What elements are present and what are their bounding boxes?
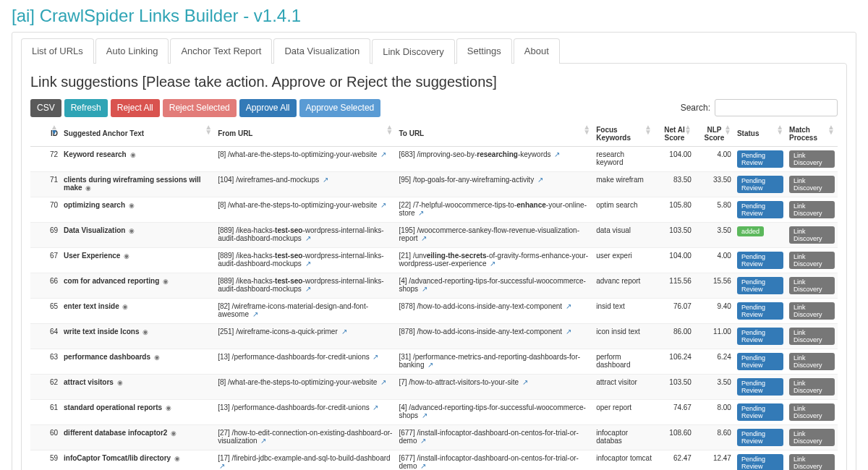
- open-link-icon[interactable]: ↗: [420, 462, 426, 470]
- search-input[interactable]: [715, 99, 838, 116]
- open-link-icon[interactable]: ↗: [490, 260, 495, 268]
- open-link-icon[interactable]: ↗: [219, 462, 225, 470]
- open-link-icon[interactable]: ↗: [323, 176, 328, 184]
- cell-to: [31] /performance-metrics-and-reporting-…: [396, 349, 593, 374]
- status-badge[interactable]: Pending Review: [737, 454, 783, 470]
- status-badge[interactable]: Pending Review: [737, 201, 783, 218]
- open-link-icon[interactable]: ↗: [522, 378, 528, 386]
- open-link-icon[interactable]: ↗: [380, 378, 386, 386]
- table-row[interactable]: 63performance dashboards ◉[13] /performa…: [30, 349, 838, 374]
- col-status[interactable]: Status▲▼: [734, 121, 786, 147]
- table-row[interactable]: 67User Experience ◉[889] /ikea-hacks-tes…: [30, 247, 838, 273]
- reject-all-button[interactable]: Reject All: [111, 99, 160, 117]
- open-link-icon[interactable]: ↗: [427, 361, 433, 369]
- cell-status: Pending Review: [734, 146, 786, 171]
- status-badge[interactable]: Pending Review: [737, 328, 783, 345]
- open-link-icon[interactable]: ↗: [422, 411, 427, 419]
- table-row[interactable]: 72Keyword research ◉[8] /what-are-the-st…: [30, 146, 838, 171]
- preview-icon[interactable]: ◉: [142, 328, 148, 336]
- open-link-icon[interactable]: ↗: [566, 328, 571, 336]
- open-link-icon[interactable]: ↗: [420, 437, 426, 445]
- open-link-icon[interactable]: ↗: [305, 234, 311, 242]
- open-link-icon[interactable]: ↗: [421, 234, 427, 242]
- open-link-icon[interactable]: ↗: [252, 310, 258, 318]
- cell-keywords: insid text: [593, 298, 655, 323]
- cell-nlp-score: 12.47: [694, 450, 734, 470]
- cell-net-score: 62.47: [655, 450, 694, 470]
- preview-icon[interactable]: ◉: [154, 354, 160, 361]
- tab-link-discovery[interactable]: Link Discovery: [372, 39, 455, 64]
- cell-status: Pending Review: [734, 349, 786, 374]
- open-link-icon[interactable]: ↗: [422, 285, 427, 293]
- tab-list-of-urls[interactable]: List of URLs: [21, 38, 94, 64]
- status-badge[interactable]: Pending Review: [737, 403, 783, 421]
- approve-all-button[interactable]: Approve All: [239, 99, 297, 117]
- table-row[interactable]: 64write text inside Icons ◉[251] /wirefr…: [30, 323, 838, 349]
- cell-nlp-score: 6.24: [694, 349, 734, 374]
- open-link-icon[interactable]: ↗: [380, 150, 386, 158]
- table-row[interactable]: 66com for advanced reporting ◉[889] /ike…: [30, 273, 838, 298]
- table-row[interactable]: 71clients during wireframing sessions wi…: [30, 171, 838, 197]
- col-id[interactable]: ID▲▼: [30, 121, 61, 147]
- status-badge[interactable]: Pending Review: [737, 252, 783, 269]
- open-link-icon[interactable]: ↗: [305, 260, 311, 268]
- open-link-icon[interactable]: ↗: [341, 328, 347, 336]
- open-link-icon[interactable]: ↗: [373, 403, 378, 411]
- status-badge[interactable]: Pending Review: [737, 378, 783, 396]
- preview-icon[interactable]: ◉: [174, 455, 180, 462]
- preview-icon[interactable]: ◉: [85, 184, 91, 192]
- preview-icon[interactable]: ◉: [117, 379, 123, 386]
- col-to-url[interactable]: To URL▲▼: [396, 121, 593, 147]
- col-match-process[interactable]: Match Process▲▼: [786, 121, 838, 147]
- status-badge[interactable]: added: [737, 226, 764, 236]
- open-link-icon[interactable]: ↗: [418, 209, 424, 217]
- preview-icon[interactable]: ◉: [163, 278, 169, 285]
- preview-icon[interactable]: ◉: [129, 202, 135, 209]
- tab-anchor-text-report[interactable]: Anchor Text Report: [170, 38, 272, 64]
- status-badge[interactable]: Pending Review: [737, 176, 783, 193]
- status-badge[interactable]: Pending Review: [737, 353, 783, 370]
- open-link-icon[interactable]: ↗: [566, 302, 571, 310]
- col-focus-keywords[interactable]: Focus Keywords▲▼: [593, 121, 655, 147]
- preview-icon[interactable]: ◉: [124, 252, 129, 260]
- open-link-icon[interactable]: ↗: [380, 201, 386, 209]
- tab-data-visualization[interactable]: Data Visualization: [273, 38, 370, 64]
- preview-icon[interactable]: ◉: [130, 151, 136, 158]
- table-row[interactable]: 59infoCaptor Tomcat/lib directory ◉[17] …: [30, 450, 838, 470]
- reject-selected-button[interactable]: Reject Selected: [163, 99, 237, 117]
- refresh-button[interactable]: Refresh: [64, 99, 108, 117]
- open-link-icon[interactable]: ↗: [305, 285, 311, 293]
- table-row[interactable]: 61standard operational reports ◉[13] /pe…: [30, 399, 838, 424]
- open-link-icon[interactable]: ↗: [554, 150, 560, 158]
- cell-net-score: 83.50: [655, 171, 694, 197]
- cell-id: 61: [30, 399, 61, 424]
- preview-icon[interactable]: ◉: [122, 303, 128, 310]
- table-row[interactable]: 70optimizing search ◉[8] /what-are-the-s…: [30, 197, 838, 222]
- open-link-icon[interactable]: ↗: [260, 437, 266, 445]
- tab-settings[interactable]: Settings: [456, 38, 512, 64]
- status-badge[interactable]: Pending Review: [737, 150, 783, 168]
- col-from-url[interactable]: From URL▲▼: [215, 121, 396, 147]
- table-row[interactable]: 60different database infocaptor2 ◉[27] /…: [30, 424, 838, 450]
- open-link-icon[interactable]: ↗: [373, 353, 378, 361]
- table-row[interactable]: 69Data Visualization ◉[889] /ikea-hacks-…: [30, 222, 838, 247]
- table-row[interactable]: 62attract visitors ◉[8] /what-are-the-st…: [30, 374, 838, 399]
- csv-button[interactable]: CSV: [30, 99, 61, 117]
- cell-keywords: user experi: [593, 247, 655, 273]
- status-badge[interactable]: Pending Review: [737, 302, 783, 320]
- cell-from: [889] /ikea-hacks-test-seo-wordpress-int…: [215, 273, 396, 298]
- approve-selected-button[interactable]: Approve Selected: [299, 99, 381, 117]
- cell-nlp-score: 8.00: [694, 399, 734, 424]
- status-badge[interactable]: Pending Review: [737, 429, 783, 446]
- preview-icon[interactable]: ◉: [166, 404, 171, 411]
- preview-icon[interactable]: ◉: [171, 430, 176, 437]
- tab-about[interactable]: About: [514, 38, 560, 64]
- open-link-icon[interactable]: ↗: [537, 176, 543, 184]
- col-suggested-anchor-text[interactable]: Suggested Anchor Text▲▼: [61, 121, 215, 147]
- col-net-ai-score[interactable]: Net AI Score▲▼: [655, 121, 694, 147]
- preview-icon[interactable]: ◉: [129, 227, 135, 234]
- col-nlp-score[interactable]: NLP Score▲▼: [694, 121, 734, 147]
- table-row[interactable]: 65enter text inside ◉[82] /wireframe-ico…: [30, 298, 838, 323]
- status-badge[interactable]: Pending Review: [737, 277, 783, 294]
- tab-auto-linking[interactable]: Auto Linking: [95, 38, 169, 64]
